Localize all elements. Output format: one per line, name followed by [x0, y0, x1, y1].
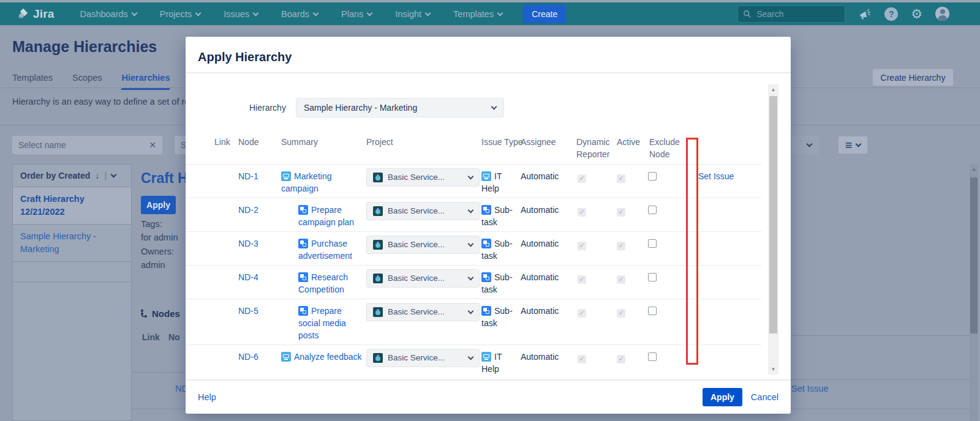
nav-item-boards[interactable]: Boards — [281, 9, 318, 19]
sort-direction-icon[interactable] — [95, 171, 99, 181]
page-scrollbar[interactable]: ▲ — [970, 164, 978, 421]
search-input[interactable]: Search — [737, 6, 845, 23]
col-link: Link — [214, 136, 230, 148]
table-row: ND-6 Analyze feedback Basic Service... I… — [186, 345, 761, 372]
issue-type-cell: IT Help — [481, 170, 517, 195]
apply-button[interactable]: Apply — [703, 388, 742, 406]
assignee-cell: Automatic — [521, 351, 559, 363]
project-select[interactable]: Basic Service... — [366, 202, 480, 220]
modal-scrollbar[interactable]: ▲ ▼ — [768, 84, 778, 374]
project-select[interactable]: Basic Service... — [366, 303, 480, 321]
divider — [791, 409, 970, 409]
col-issue-type: Issue Type — [481, 136, 522, 148]
bg-set-issue-link[interactable]: Set Issue — [791, 384, 828, 393]
it-help-icon — [281, 171, 291, 181]
table-body: ND-1 Marketing campaign Basic Service...… — [186, 164, 761, 372]
subtask-icon — [298, 306, 308, 316]
nav-item-issues[interactable]: Issues — [224, 9, 258, 19]
apply-hierarchy-button-bg[interactable]: Apply — [141, 196, 176, 214]
active-checkbox — [617, 355, 625, 363]
node-id-link[interactable]: ND-2 — [238, 205, 258, 215]
exclude-node-checkbox[interactable] — [648, 307, 657, 315]
node-id-link[interactable]: ND-6 — [238, 352, 258, 362]
cancel-link[interactable]: Cancel — [751, 392, 778, 402]
chevron-down-icon[interactable] — [111, 172, 117, 178]
project-select[interactable]: Basic Service... — [366, 349, 480, 367]
summary-link[interactable]: Analyze feedback — [294, 352, 362, 362]
gear-icon[interactable]: ⚙ — [911, 7, 922, 20]
hierarchy-select[interactable]: Sample Hierarchy - Marketing — [296, 98, 504, 117]
jira-logo[interactable]: Jira — [16, 7, 55, 21]
nav-item-plans[interactable]: Plans — [341, 9, 372, 19]
help-link[interactable]: Help — [198, 392, 216, 402]
page-scrollbar-thumb[interactable] — [970, 177, 978, 333]
search-icon — [743, 10, 752, 18]
help-icon[interactable]: ? — [884, 7, 898, 21]
select-name-input[interactable]: Select name ✕ — [12, 136, 162, 154]
project-select[interactable]: Basic Service... — [366, 236, 480, 254]
node-id-link[interactable]: ND-3 — [238, 239, 258, 248]
modal-scrollbar-thumb[interactable] — [769, 96, 777, 333]
view-menu-button[interactable] — [838, 136, 868, 154]
project-cell: Basic Service... — [366, 168, 480, 187]
node-id-link[interactable]: ND-1 — [238, 171, 258, 181]
table-row: ND-3 Purchase advertisement Basic Servic… — [186, 231, 761, 265]
clear-icon[interactable]: ✕ — [149, 140, 156, 150]
summary-cell: Prepare campaign plan — [298, 204, 363, 228]
screen: Jira Dashboards Projects Issues Boards P… — [0, 0, 980, 421]
modal-title: Apply Hierarchy — [198, 50, 292, 64]
issue-type-cell: IT Help — [481, 351, 517, 375]
exclude-node-checkbox[interactable] — [648, 172, 657, 181]
project-select[interactable]: Basic Service... — [366, 168, 480, 187]
subtask-icon — [298, 272, 308, 282]
order-by-header[interactable]: Order by Created | — [13, 165, 131, 187]
nav-item-projects[interactable]: Projects — [160, 9, 200, 19]
bg-col-link: Link — [142, 332, 160, 342]
active-checkbox — [617, 174, 625, 183]
assignee-cell: Automatic — [521, 305, 559, 317]
subtask-icon — [481, 272, 491, 282]
project-name: Basic Service... — [388, 205, 445, 217]
active-checkbox — [617, 309, 625, 318]
it-help-icon — [281, 352, 291, 362]
chevron-down-icon — [468, 354, 474, 360]
detail-heading: Craft H — [141, 170, 188, 187]
dynamic-reporter-checkbox — [578, 355, 586, 363]
create-button[interactable]: Create — [523, 5, 566, 23]
list-item-sample-hierarchy[interactable]: Sample Hierarchy - Marketing — [13, 225, 131, 262]
exclude-node-checkbox[interactable] — [648, 239, 657, 248]
node-id-link[interactable]: ND-4 — [238, 272, 258, 282]
annotation-red-box — [686, 138, 698, 365]
scroll-up-icon[interactable]: ▲ — [970, 166, 978, 172]
it-help-icon — [481, 171, 491, 181]
megaphone-icon[interactable] — [858, 8, 872, 20]
col-project: Project — [366, 136, 393, 148]
active-checkbox — [617, 208, 625, 217]
create-hierarchy-button[interactable]: Create Hierarchy — [872, 69, 954, 86]
nav-item-templates[interactable]: Templates — [453, 9, 502, 19]
project-select[interactable]: Basic Service... — [366, 269, 480, 288]
list-item-craft-hierarchy[interactable]: Craft Hierarchy 12/21/2022 — [13, 187, 131, 225]
order-by-label: Order by Created — [20, 171, 90, 181]
nav-item-dashboards[interactable]: Dashboards — [80, 9, 137, 19]
issue-type-cell: Sub-task — [481, 271, 517, 296]
col-active: Active — [617, 136, 640, 148]
scroll-down-icon[interactable]: ▼ — [768, 367, 778, 372]
owners-label: Owners: — [141, 247, 174, 256]
table-row: ND-4 Research Competition Basic Service.… — [186, 265, 761, 299]
exclude-node-checkbox[interactable] — [648, 206, 657, 214]
subtask-icon — [481, 205, 491, 215]
exclude-node-checkbox[interactable] — [648, 273, 657, 281]
avatar[interactable] — [935, 7, 949, 21]
exclude-node-checkbox[interactable] — [648, 352, 657, 361]
chevron-down-icon — [468, 275, 474, 281]
chevron-down-icon — [253, 10, 259, 16]
hierarchy-tree-icon — [140, 309, 148, 318]
chevron-down-icon — [468, 241, 474, 247]
nav-item-insight[interactable]: Insight — [395, 9, 430, 19]
node-id-link[interactable]: ND-5 — [238, 306, 258, 316]
scroll-up-icon[interactable]: ▲ — [768, 87, 778, 92]
bg-col-node: No — [168, 332, 180, 342]
set-issue-link[interactable]: Set Issue — [698, 171, 734, 181]
tags-label: Tags: — [141, 219, 162, 229]
